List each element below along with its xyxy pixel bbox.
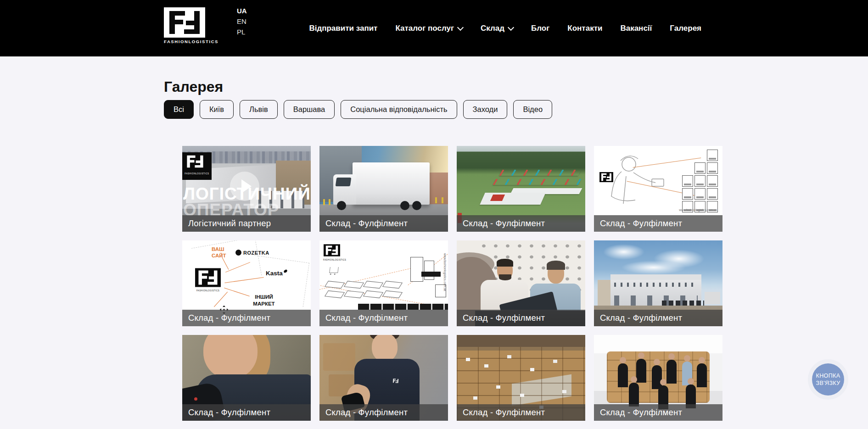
- rack-shape: [363, 290, 383, 298]
- nav-label: Відправити запит: [309, 24, 377, 33]
- overlay-line1: ЛОГІСТИЧНИЙ: [183, 186, 311, 202]
- filter-video[interactable]: Відео: [513, 100, 552, 119]
- kasta-icon: [283, 269, 288, 273]
- filter-warsaw[interactable]: Варшава: [284, 100, 335, 119]
- nav-services-catalog[interactable]: Каталог послуг: [395, 24, 463, 33]
- rack-shape: [344, 281, 364, 289]
- spec-cell: [707, 150, 718, 161]
- language-switcher: UA EN PL: [237, 7, 247, 36]
- gallery-item-scanner-worker-2[interactable]: Склад - Фулфілмент: [319, 335, 448, 421]
- gallery-item-aerial-park[interactable]: Склад - Фулфілмент: [457, 146, 585, 232]
- spec-cell: [694, 175, 706, 187]
- fl-logo-card: FASHIONLOGISTICS: [194, 268, 222, 292]
- spec-cell: [707, 162, 718, 174]
- nav-send-request[interactable]: Відправити запит: [309, 24, 377, 33]
- chevron-down-icon: [508, 24, 514, 30]
- orange-arrow: [224, 288, 249, 296]
- fl-monogram-icon: [164, 7, 205, 38]
- filter-all[interactable]: Всі: [164, 100, 194, 119]
- wheel-shape: [400, 201, 409, 210]
- lang-ua[interactable]: UA: [237, 7, 247, 15]
- gallery-item-truck[interactable]: Склад - Фулфілмент: [319, 146, 448, 232]
- filter-events[interactable]: Заходи: [463, 100, 508, 119]
- logo[interactable]: FASHIONLOGISTICS: [164, 7, 206, 44]
- nav-warehouse[interactable]: Склад: [481, 24, 513, 33]
- kasta-label: Kasta: [266, 270, 287, 277]
- gallery-item-boxes[interactable]: Склад - Фулфілмент: [457, 335, 585, 421]
- gallery-item-meeting[interactable]: Склад - Фулфілмент: [457, 240, 585, 326]
- gallery-caption: Склад - Фулфілмент: [182, 310, 311, 326]
- caption-text: Склад - Фулфілмент: [325, 313, 408, 323]
- person-silhouette: [697, 363, 707, 387]
- gallery-item-building[interactable]: Склад - Фулфілмент: [594, 240, 722, 326]
- gallery-caption: Логістичний партнер: [182, 215, 311, 232]
- gallery-item-scanner-worker[interactable]: Склад - Фулфілмент: [182, 335, 311, 421]
- gallery-caption: Склад - Фулфілмент: [594, 404, 722, 421]
- nav-contacts[interactable]: Контакти: [567, 24, 602, 33]
- man2-hair-shape: [547, 261, 565, 270]
- gallery-caption: Склад - Фулфілмент: [457, 404, 585, 421]
- card-brand-text: FASHIONLOGISTICS: [323, 259, 341, 261]
- person-silhouette: [629, 383, 639, 407]
- fl-monogram-icon: [599, 172, 613, 183]
- kasta-text: Kasta: [266, 270, 283, 277]
- gallery-caption: Склад - Фулфілмент: [319, 310, 448, 326]
- cart-sketch-icon: [329, 267, 339, 273]
- server-shape: [424, 261, 434, 280]
- gallery-item-warehouse-scheme[interactable]: FASHIONLOGISTICS www.fashionlogistics.co…: [319, 240, 448, 326]
- rozetka-label: ROZETKA: [235, 250, 269, 256]
- fl-monogram-icon: [184, 153, 206, 170]
- caption-text: Склад - Фулфілмент: [188, 313, 270, 323]
- windows-row-shape: [614, 283, 698, 287]
- lang-pl[interactable]: PL: [237, 28, 247, 36]
- spec-cell: [694, 162, 706, 174]
- rack-shape: [344, 290, 364, 298]
- bollard-shape: [323, 199, 325, 205]
- gallery-caption: Склад - Фулфілмент: [319, 404, 448, 421]
- gallery-item-team[interactable]: Склад - Фулфілмент: [594, 335, 722, 421]
- contact-button-face: КНОПКА ЗВ'ЯЗКУ: [812, 363, 844, 396]
- contact-floating-button[interactable]: КНОПКА ЗВ'ЯЗКУ: [808, 359, 848, 400]
- scheme-black-bar: [421, 272, 441, 277]
- cloud-shape: [622, 261, 686, 274]
- filter-kyiv[interactable]: Київ: [200, 100, 234, 119]
- chevron-down-icon: [457, 24, 464, 30]
- caption-text: Логістичний партнер: [188, 218, 271, 228]
- gallery-page: FASHIONLOGISTICS UA EN PL Відправити зап…: [0, 0, 868, 429]
- cars-row-shape: [662, 301, 704, 306]
- truck-trailer-shape: [353, 162, 430, 205]
- other-market-label: ІНШИЙ МАРКЕТ: [249, 294, 279, 307]
- caption-text: Склад - Фулфілмент: [325, 218, 408, 228]
- spec-cell: [682, 175, 693, 187]
- caption-text: Склад - Фулфілмент: [600, 313, 682, 323]
- gallery-caption: Склад - Фулфілмент: [457, 310, 585, 326]
- gallery-item-marketplace-scheme[interactable]: FASHIONLOGISTICS ВАШ САЙТ ROZETKA Kasta …: [182, 240, 311, 326]
- blurred-box-shape: [323, 343, 355, 371]
- filter-social-responsibility[interactable]: Соціальна відповідальність: [341, 100, 457, 119]
- main-nav: Відправити запит Каталог послуг Склад Бл…: [309, 0, 701, 56]
- rack-shape: [382, 281, 403, 289]
- conveyor-bar-shape: [358, 304, 448, 310]
- nav-blog[interactable]: Блог: [531, 24, 549, 33]
- brand-name: FASHIONLOGISTICS: [164, 39, 206, 44]
- caption-text: Склад - Фулфілмент: [463, 407, 545, 418]
- filter-lviv[interactable]: Львів: [240, 100, 278, 119]
- box-labels-shape: [466, 358, 470, 361]
- fl-logo-badge: FASHIONLOGISTICS: [182, 152, 212, 180]
- nav-label: Контакти: [567, 24, 602, 33]
- bollard-shape: [442, 197, 443, 203]
- man1-hair-shape: [497, 259, 513, 267]
- nav-label: Галерея: [670, 24, 701, 33]
- nav-vacancies[interactable]: Вакансії: [620, 24, 652, 33]
- annex-building-shape: [598, 280, 611, 306]
- gallery-caption: Склад - Фулфілмент: [594, 215, 722, 232]
- gallery-item-sketch[interactable]: www.fashionlogistics.com.ua Склад - Фулф…: [594, 146, 722, 232]
- caption-text: Склад - Фулфілмент: [188, 407, 270, 418]
- lang-en[interactable]: EN: [237, 18, 247, 25]
- nav-label: Блог: [531, 24, 549, 33]
- bollard-shape: [435, 197, 437, 203]
- badge-brand-text: FASHIONLOGISTICS: [184, 173, 210, 175]
- rozetka-text: ROZETKA: [243, 250, 269, 256]
- nav-gallery[interactable]: Галерея: [670, 24, 701, 33]
- gallery-item-video[interactable]: FASHIONLOGISTICS ЛОГІСТИЧНИЙ ОПЕРАТОР Ло…: [182, 146, 311, 232]
